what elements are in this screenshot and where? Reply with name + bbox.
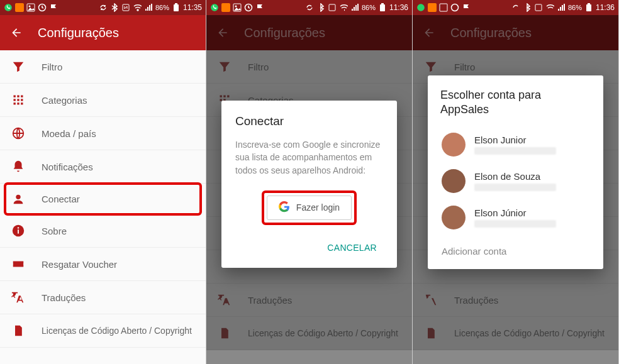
svg-rect-6 [174,4,179,11]
battery-icon [584,3,593,12]
account-row[interactable]: Elson Junior [440,126,591,163]
status-bar: 86% 11:36 [206,0,412,15]
flag-icon [462,3,471,12]
svg-rect-40 [586,4,591,11]
svg-rect-10 [21,96,23,97]
clock-icon [38,3,47,12]
svg-point-25 [235,6,237,8]
info-icon [11,224,25,238]
setting-conectar[interactable]: Conectar [6,185,199,213]
svg-rect-1 [15,3,24,12]
flag-icon [49,3,58,12]
svg-rect-37 [440,4,447,11]
setting-licencas[interactable]: Licenças de Código Aberto / Copyright [0,314,206,348]
battery-text: 86% [362,4,376,11]
setting-moeda[interactable]: Moeda / país [0,117,206,150]
person-icon [11,192,25,206]
svg-rect-11 [14,99,16,101]
signal-icon [144,3,153,12]
setting-resgatar[interactable]: Resgatar Voucher [0,248,206,281]
account-name: Elson Junior [474,135,556,145]
signal-icon [350,3,359,12]
clock-text: 11:36 [596,3,615,12]
app-icon [15,3,24,12]
sync-icon [99,3,108,12]
account-row[interactable]: Elson de Souza [440,163,591,199]
clock-text: 11:36 [389,3,408,12]
battery-icon [378,3,387,12]
account-email-redacted [474,184,556,191]
account-email-redacted [474,147,556,155]
svg-rect-14 [14,102,16,104]
nfc-icon [121,3,130,12]
battery-text: 86% [155,4,169,11]
wifi-icon [339,3,348,12]
translate-icon [11,290,25,304]
screen-settings: 86% 11:35 Configurações Filtro Categoria… [0,0,206,364]
whatsapp-icon [210,3,219,12]
svg-point-21 [18,227,19,228]
nfc-icon [328,3,337,12]
svg-point-38 [452,4,459,11]
account-row[interactable]: Elson Júnior [440,199,591,236]
google-icon [279,201,290,214]
highlight-login: Fazer login [262,190,357,225]
setting-label: Categorias [42,95,87,106]
app-icon [428,3,437,12]
sync-icon [305,3,314,12]
avatar [442,169,466,193]
clock-icon [244,3,253,12]
bluetooth-icon [523,3,532,12]
avatar [442,133,466,157]
google-login-button[interactable]: Fazer login [267,196,352,220]
account-name: Elson Júnior [474,207,556,218]
avatar [442,206,466,229]
dialog-connect: Conectar Inscreva-se com Google e sincro… [221,101,397,268]
image-icon [26,3,35,12]
dialog-account-chooser: Escolher conta para AppSales Elson Junio… [428,75,603,269]
account-email-redacted [474,220,556,228]
login-label: Fazer login [296,202,340,212]
svg-rect-36 [428,3,437,12]
svg-point-18 [16,194,20,199]
cancel-button[interactable]: CANCELAR [321,238,383,258]
battery-icon [172,3,181,12]
clock-text: 11:35 [183,3,202,12]
svg-rect-7 [175,3,177,4]
setting-label: Resgatar Voucher [42,259,117,270]
svg-rect-27 [329,4,335,11]
setting-sobre[interactable]: Sobre [0,214,206,248]
bluetooth-icon [316,3,325,12]
funnel-icon [11,60,25,74]
settings-list: Filtro Categorias Moeda / país Notificaç… [0,50,206,348]
clock-icon [450,3,459,12]
flag-icon [255,3,264,12]
setting-label: Traduções [42,292,86,303]
back-icon[interactable] [10,26,23,39]
wifi-icon [545,3,554,12]
bluetooth-icon [110,3,119,12]
sync-icon [511,3,520,12]
svg-rect-16 [21,102,23,104]
signal-icon [557,3,566,12]
setting-label: Sobre [42,226,67,236]
dialog-title: Escolher conta para AppSales [440,88,591,118]
setting-filtro[interactable]: Filtro [0,50,206,84]
status-bar: 86% 11:36 [413,0,618,15]
svg-rect-39 [535,4,542,11]
setting-notificacoes[interactable]: Notificações [0,150,206,184]
dialog-title: Conectar [235,114,383,128]
setting-label: Filtro [42,62,62,72]
setting-label: Licenças de Código Aberto / Copyright [42,326,192,336]
svg-rect-23 [221,3,230,12]
whatsapp-icon [416,3,425,12]
setting-categorias[interactable]: Categorias [0,84,206,117]
setting-traducoes[interactable]: Traduções [0,281,206,314]
wifi-icon [133,3,142,12]
add-account-button[interactable]: Adicionar conta [440,236,591,264]
setting-label: Moeda / país [42,128,96,139]
svg-rect-28 [380,4,385,11]
screen-connect-dialog: 86% 11:36 Configurações Filtro Categoria… [206,0,413,364]
battery-text: 86% [568,4,582,11]
app-bar: Configurações [0,15,206,50]
